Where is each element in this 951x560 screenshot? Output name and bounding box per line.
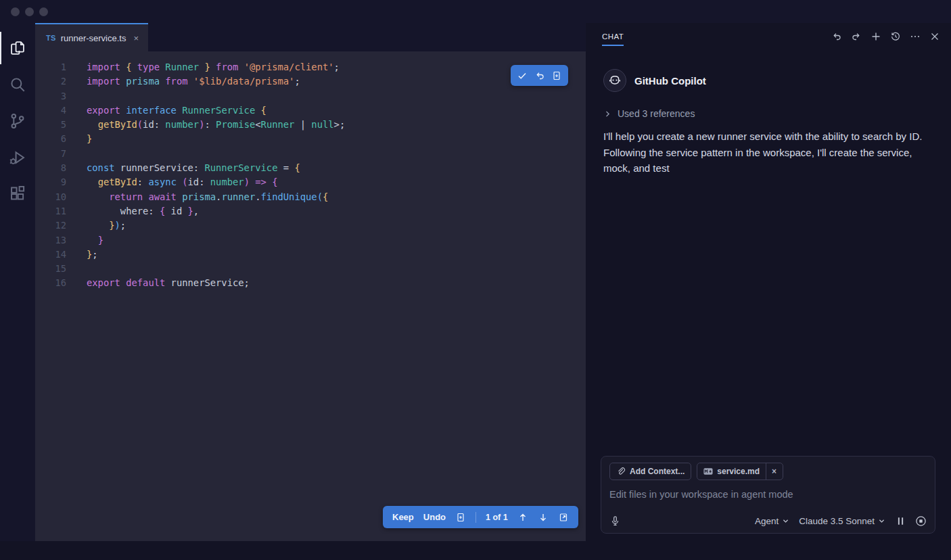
paperclip-icon [616, 467, 626, 476]
typescript-file-icon: TS [46, 34, 56, 42]
discard-change-icon[interactable] [534, 70, 545, 81]
attachment-pill[interactable]: service.md × [697, 463, 783, 480]
code-line[interactable]: 1import { type Runner } from '@prisma/cl… [35, 60, 586, 74]
markdown-file-icon [703, 467, 713, 476]
go-to-file-icon[interactable] [551, 70, 562, 81]
inline-edit-toolbar [511, 65, 568, 86]
line-number: 8 [35, 161, 66, 175]
zoom-window-button[interactable] [39, 7, 48, 16]
stop-icon[interactable] [915, 515, 927, 527]
code-line[interactable]: 4export interface RunnerService { [35, 103, 586, 118]
title-bar [0, 0, 951, 23]
more-actions-icon[interactable] [910, 31, 921, 42]
code-line[interactable]: 7 [35, 147, 586, 161]
line-number: 3 [35, 89, 66, 103]
sidebar-item-explorer[interactable] [0, 30, 35, 66]
chevron-down-icon [782, 517, 789, 525]
attachment-name: service.md [717, 467, 760, 476]
redo-icon[interactable] [851, 31, 862, 42]
add-context-label: Add Context... [630, 467, 685, 476]
minimize-window-button[interactable] [25, 7, 34, 16]
model-dropdown[interactable]: Claude 3.5 Sonnet [799, 516, 885, 526]
code-line[interactable]: 14}; [35, 248, 586, 262]
undo-button[interactable]: Undo [423, 512, 446, 522]
line-number: 15 [35, 262, 66, 276]
remove-attachment-icon[interactable]: × [766, 463, 776, 480]
keep-button[interactable]: Keep [392, 512, 414, 522]
chat-input-box[interactable]: Add Context... service.md × Edit files i… [601, 456, 935, 534]
references-toggle[interactable]: Used 3 references [603, 108, 939, 119]
open-changes-icon[interactable] [558, 512, 569, 523]
code-line[interactable]: 13 } [35, 233, 586, 248]
activity-bar [0, 23, 35, 541]
line-number: 7 [35, 147, 66, 161]
run-controls [895, 515, 927, 527]
chevron-down-icon [878, 517, 885, 525]
vscode-window: TS runner-service.ts × 1import { type Ru… [0, 0, 951, 560]
code-line[interactable]: 12 }); [35, 218, 586, 233]
add-context-button[interactable]: Add Context... [609, 463, 691, 480]
debug-icon [9, 149, 26, 166]
line-number: 1 [35, 60, 66, 74]
code-line[interactable]: 15 [35, 262, 586, 276]
assistant-name: GitHub Copilot [634, 75, 706, 87]
search-icon [9, 76, 26, 93]
extensions-icon [9, 185, 26, 203]
close-panel-icon[interactable] [929, 31, 940, 42]
line-number: 2 [35, 74, 66, 89]
chat-conversation: GitHub Copilot Used 3 references I'll he… [591, 50, 951, 177]
sidebar-item-source-control[interactable] [0, 103, 35, 139]
microphone-icon[interactable] [609, 515, 621, 527]
code-line[interactable]: 9 getById: async (id: number) => { [35, 175, 586, 189]
editor-group: TS runner-service.ts × 1import { type Ru… [35, 23, 586, 541]
line-number: 4 [35, 103, 66, 118]
code-line[interactable]: 6} [35, 132, 586, 146]
undo-icon[interactable] [831, 31, 842, 42]
code-line[interactable]: 10 return await prisma.runner.findUnique… [35, 190, 586, 204]
files-icon [9, 39, 26, 57]
close-window-button[interactable] [11, 7, 20, 16]
line-number: 12 [35, 218, 66, 233]
sidebar-item-search[interactable] [0, 66, 35, 103]
file-add-icon[interactable] [455, 512, 466, 523]
line-number: 5 [35, 118, 66, 132]
previous-change-icon[interactable] [517, 512, 528, 523]
code-lines[interactable]: 1import { type Runner } from '@prisma/cl… [35, 51, 586, 291]
mode-dropdown[interactable]: Agent [755, 516, 789, 526]
code-line[interactable]: 5 getById(id: number): Promise<Runner | … [35, 118, 586, 132]
copilot-icon [608, 74, 622, 87]
line-number: 13 [35, 233, 66, 248]
code-line[interactable]: 3 [35, 89, 586, 103]
chat-input-controls: Agent Claude 3.5 Sonnet [609, 515, 927, 527]
code-line[interactable]: 16export default runnerService; [35, 276, 586, 290]
context-pills: Add Context... service.md × [609, 463, 927, 480]
line-number: 14 [35, 248, 66, 262]
accept-change-icon[interactable] [517, 70, 528, 81]
tab-runner-service[interactable]: TS runner-service.ts × [35, 23, 148, 51]
tab-label: runner-service.ts [61, 33, 126, 43]
assistant-message: I'll help you create a new runner servic… [603, 129, 937, 177]
change-counter: 1 of 1 [486, 513, 508, 522]
code-line[interactable]: 11 where: { id }, [35, 204, 586, 218]
references-label: Used 3 references [618, 108, 695, 119]
sidebar-item-extensions[interactable] [0, 176, 35, 212]
chat-input-placeholder[interactable]: Edit files in your workspace in agent mo… [609, 489, 927, 500]
copilot-avatar [603, 69, 626, 92]
next-change-icon[interactable] [538, 512, 549, 523]
code-line[interactable]: 2import prisma from '$lib/data/prisma'; [35, 74, 586, 89]
code-editor[interactable]: 1import { type Runner } from '@prisma/cl… [35, 51, 586, 541]
tab-close-icon[interactable]: × [133, 33, 139, 43]
pause-icon[interactable] [895, 515, 906, 527]
history-icon[interactable] [890, 31, 901, 42]
model-label: Claude 3.5 Sonnet [799, 516, 875, 526]
sidebar-item-run-debug[interactable] [0, 139, 35, 176]
new-chat-icon[interactable] [871, 31, 881, 42]
assistant-header: GitHub Copilot [603, 69, 939, 92]
line-number: 10 [35, 190, 66, 204]
editor-tab-bar: TS runner-service.ts × [35, 23, 586, 51]
code-line[interactable]: 8const runnerService: RunnerService = { [35, 161, 586, 175]
chat-toolbar [831, 31, 940, 42]
chat-panel-header: CHAT [591, 23, 951, 50]
line-number: 9 [35, 175, 66, 189]
tab-chat[interactable]: CHAT [602, 23, 624, 50]
